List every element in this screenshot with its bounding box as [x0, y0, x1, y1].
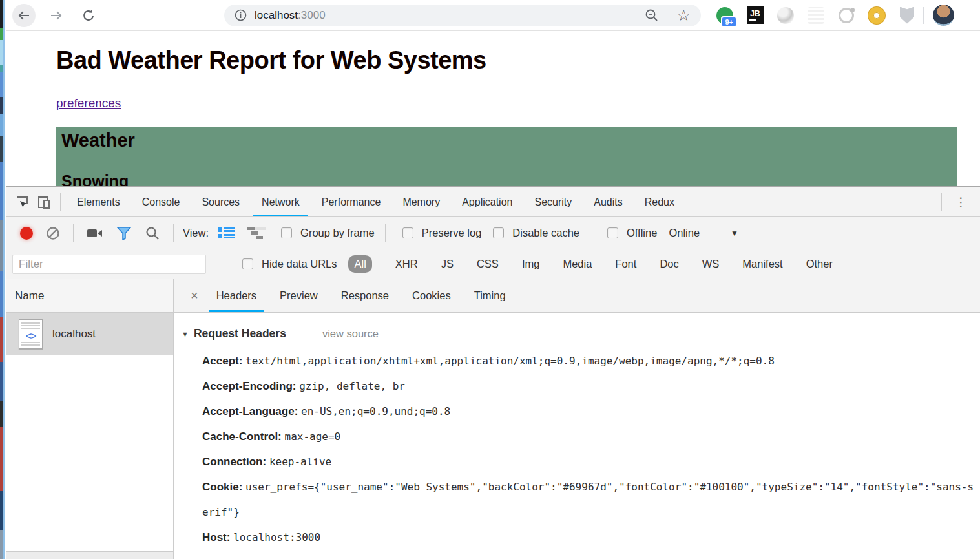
request-details-panel: × Headers Preview Response Cookies Timin… — [174, 279, 980, 559]
profile-avatar[interactable] — [933, 5, 954, 26]
preserve-log-checkbox[interactable] — [402, 227, 413, 238]
tab-performance[interactable]: Performance — [311, 187, 392, 216]
toolbar-divider — [923, 7, 924, 24]
filter-type-font[interactable]: Font — [609, 255, 642, 273]
star-icon: ☆ — [676, 8, 691, 23]
header-accept-language: Accept-Language: en-US,en;q=0.9,und;q=0.… — [202, 399, 975, 424]
list-view-icon — [218, 227, 235, 240]
tab-audits[interactable]: Audits — [583, 187, 633, 216]
filter-type-all[interactable]: All — [348, 255, 371, 273]
back-button[interactable] — [12, 4, 36, 27]
clear-button[interactable] — [46, 226, 60, 240]
disclosure-triangle-icon[interactable]: ▼ — [182, 330, 189, 338]
chat-extension-icon[interactable]: 9+ — [715, 6, 735, 25]
zoom-out-button[interactable] — [644, 8, 660, 23]
header-accept: Accept: text/html,application/xhtml+xml,… — [202, 348, 975, 374]
throttling-dropdown-arrow-icon[interactable]: ▼ — [731, 229, 738, 238]
orbit-extension-icon[interactable] — [837, 6, 856, 25]
network-body: Name <> localhost × Headers Preview — [6, 279, 980, 559]
tab-console[interactable]: Console — [131, 187, 191, 216]
browser-window: localhost:3000 ☆ 9+ JB — [6, 0, 980, 559]
header-host: Host: localhost:3000 — [202, 525, 975, 550]
request-headers-section[interactable]: ▼ Request Headers view source — [182, 327, 975, 341]
back-arrow-icon — [17, 8, 31, 23]
tab-security[interactable]: Security — [523, 187, 583, 216]
reload-button[interactable] — [77, 4, 100, 27]
search-icon — [145, 226, 160, 241]
web-page-content: Bad Weather Report for Web Systems prefe… — [6, 31, 980, 186]
search-button[interactable] — [145, 226, 160, 241]
preferences-link[interactable]: preferences — [56, 96, 121, 111]
filter-type-ws[interactable]: WS — [696, 255, 725, 273]
close-icon: × — [191, 288, 198, 303]
funnel-icon — [116, 226, 132, 240]
network-filter-bar: Hide data URLs All XHR JS CSS Img Media … — [6, 249, 980, 279]
grid-extension-icon[interactable] — [806, 6, 826, 25]
tab-memory[interactable]: Memory — [391, 187, 451, 216]
tab-bar-divider-right — [941, 193, 942, 211]
capture-screenshots-button[interactable] — [87, 227, 103, 240]
throttling-select[interactable]: Online — [669, 227, 700, 239]
name-column-header[interactable]: Name — [6, 279, 173, 313]
group-by-frame-checkbox[interactable] — [281, 227, 292, 238]
tab-sources[interactable]: Sources — [191, 187, 251, 216]
jb-logo-icon: JB — [747, 6, 764, 24]
tab-redux[interactable]: Redux — [634, 187, 685, 216]
close-details-button[interactable]: × — [184, 279, 205, 312]
donut-icon — [868, 7, 885, 24]
tab-cookies[interactable]: Cookies — [401, 279, 463, 312]
filter-type-xhr[interactable]: XHR — [390, 255, 424, 273]
filter-type-other[interactable]: Other — [800, 255, 839, 273]
address-bar[interactable]: localhost:3000 ☆ — [224, 5, 701, 26]
disable-cache-checkbox[interactable] — [493, 227, 504, 238]
filter-type-media[interactable]: Media — [557, 255, 598, 273]
filter-type-js[interactable]: JS — [435, 255, 459, 273]
offline-checkbox[interactable] — [607, 227, 618, 238]
filter-type-css[interactable]: CSS — [471, 255, 505, 273]
filter-type-img[interactable]: Img — [516, 255, 546, 273]
device-toolbar-button[interactable] — [33, 187, 55, 216]
show-waterfall-button[interactable] — [247, 227, 266, 240]
header-cache-control: Cache-Control: max-age=0 — [202, 424, 975, 449]
swirl-icon — [777, 7, 794, 24]
swirl-extension-icon[interactable] — [776, 6, 795, 25]
devtools-tab-bar: Elements Console Sources Network Perform… — [6, 187, 980, 217]
tab-timing[interactable]: Timing — [463, 279, 517, 312]
shield-extension-icon[interactable] — [897, 6, 917, 25]
devtools-menu-button[interactable]: ⋮ — [947, 187, 975, 216]
filter-type-doc[interactable]: Doc — [654, 255, 684, 273]
record-button[interactable] — [20, 227, 33, 240]
bookmark-star-button[interactable]: ☆ — [676, 8, 691, 23]
page-info-icon[interactable] — [235, 9, 247, 21]
view-source-link[interactable]: view source — [322, 328, 379, 340]
url-port: :3000 — [298, 9, 326, 22]
tab-response[interactable]: Response — [329, 279, 401, 312]
extensions-row: 9+ JB — [715, 6, 917, 25]
tab-preview[interactable]: Preview — [268, 279, 329, 312]
header-cookie: Cookie: user_prefs={"user_name":"Web Sys… — [202, 474, 975, 525]
device-toolbar-icon — [36, 195, 52, 210]
tab-application[interactable]: Application — [451, 187, 523, 216]
shield-icon — [900, 7, 914, 24]
hide-data-urls-checkbox[interactable] — [242, 258, 253, 269]
inspect-element-button[interactable] — [11, 187, 33, 216]
tab-network[interactable]: Network — [251, 187, 311, 216]
group-by-frame-label: Group by frame — [300, 227, 375, 239]
filter-input[interactable] — [12, 255, 206, 274]
filter-type-manifest[interactable]: Manifest — [736, 255, 788, 273]
tab-headers[interactable]: Headers — [205, 279, 268, 312]
hide-data-urls-label: Hide data URLs — [262, 258, 337, 270]
tab-elements[interactable]: Elements — [66, 187, 131, 216]
request-row-localhost[interactable]: <> localhost — [6, 313, 173, 355]
forward-arrow-icon — [49, 8, 63, 23]
request-list-panel: Name <> localhost — [6, 279, 174, 559]
forward-button[interactable] — [45, 4, 68, 27]
filter-toggle-button[interactable] — [116, 226, 132, 240]
clear-icon — [46, 226, 60, 240]
donut-extension-icon[interactable] — [867, 6, 886, 25]
use-large-rows-button[interactable] — [218, 227, 235, 240]
filter-divider — [381, 256, 381, 273]
grid-icon — [808, 7, 824, 24]
tab-bar-spacer — [685, 187, 936, 216]
jetbrains-extension-icon[interactable]: JB — [745, 6, 765, 25]
